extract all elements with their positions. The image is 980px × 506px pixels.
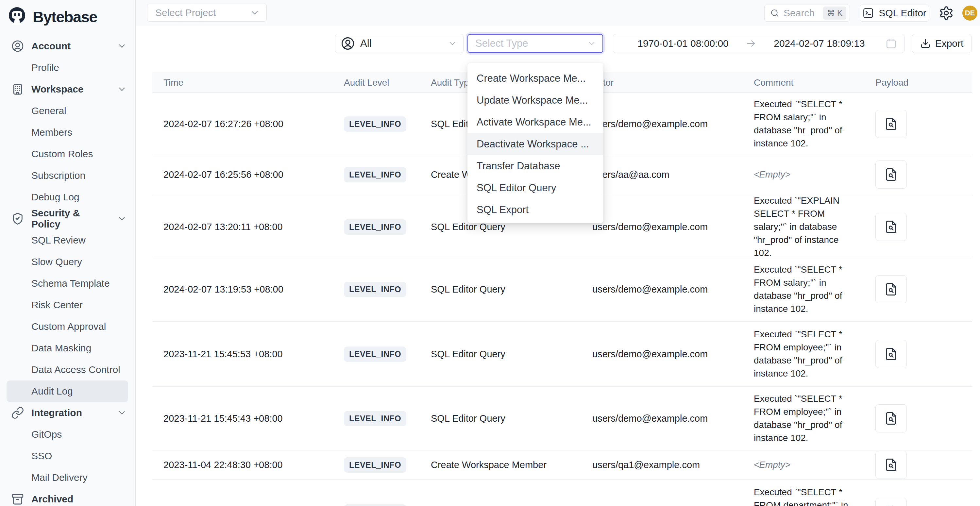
- sidebar-item-label: SSO: [31, 450, 52, 461]
- sidebar-item-data-access-control[interactable]: Data Access Control: [0, 359, 135, 380]
- cell-audit-level: LEVEL_INFO: [333, 116, 420, 132]
- top-bar-actions: Search ⌘ K SQL Editor DE: [764, 0, 977, 26]
- cell-time: 2024-02-07 13:19:53 +08:00: [152, 284, 333, 295]
- payload-view-button[interactable]: [875, 451, 907, 479]
- type-filter-select[interactable]: Select Type: [468, 34, 603, 53]
- cell-time: 2024-02-07 16:25:56 +08:00: [152, 169, 333, 180]
- sidebar-section-integration[interactable]: Integration: [0, 402, 135, 423]
- export-button[interactable]: Export: [912, 34, 972, 53]
- sql-editor-button[interactable]: SQL Editor: [860, 5, 929, 22]
- sidebar-item-debug-log[interactable]: Debug Log: [0, 186, 135, 208]
- payload-view-button[interactable]: [875, 275, 907, 303]
- payload-view-button[interactable]: [875, 340, 907, 368]
- sidebar-item-label: Schema Template: [31, 278, 110, 289]
- calendar-icon: [885, 38, 897, 49]
- cell-payload: [864, 275, 972, 303]
- actor-filter-value: All: [360, 38, 371, 49]
- payload-view-button[interactable]: [875, 161, 907, 189]
- payload-view-button[interactable]: [875, 213, 907, 241]
- cell-audit-type: Create Workspace Member: [420, 460, 581, 470]
- cell-comment: Executed `"SELECT * FROM department;"` i…: [743, 486, 864, 506]
- type-filter-placeholder: Select Type: [475, 38, 528, 49]
- file-search-icon: [884, 117, 898, 131]
- cell-comment: Executed `"SELECT * FROM salary;"` in da…: [743, 263, 864, 315]
- type-option-transfer-database[interactable]: Transfer Database: [468, 155, 603, 177]
- file-search-icon: [884, 347, 898, 361]
- sidebar-item-custom-approval[interactable]: Custom Approval: [0, 316, 135, 337]
- sidebar-item-sso[interactable]: SSO: [0, 445, 135, 467]
- sidebar-item-subscription[interactable]: Subscription: [0, 165, 135, 186]
- sidebar-item-members[interactable]: Members: [0, 122, 135, 143]
- sidebar-item-schema-template[interactable]: Schema Template: [0, 273, 135, 294]
- bytebase-logo-text: Bytebase: [33, 8, 97, 26]
- sidebar-item-audit-log[interactable]: Audit Log: [6, 380, 128, 402]
- chevron-down-icon: [117, 408, 127, 418]
- search-input[interactable]: Search ⌘ K: [764, 5, 850, 22]
- chevron-down-icon: [117, 214, 127, 224]
- sidebar-section-workspace[interactable]: Workspace: [0, 78, 135, 100]
- payload-view-button[interactable]: [875, 404, 907, 433]
- sidebar-item-custom-roles[interactable]: Custom Roles: [0, 143, 135, 165]
- cell-audit-level: LEVEL_INFO: [333, 220, 420, 235]
- sidebar-item-mail-delivery[interactable]: Mail Delivery: [0, 467, 135, 488]
- cell-actor: users/demo@example.com: [581, 413, 743, 424]
- file-search-icon: [884, 168, 898, 181]
- sidebar-item-label: Subscription: [31, 170, 85, 181]
- cell-payload: [864, 161, 972, 189]
- audit-level-badge: LEVEL_INFO: [344, 504, 406, 506]
- column-header-comment: Comment: [743, 78, 864, 88]
- type-option-deactivate-workspace[interactable]: Deactivate Workspace ...: [468, 133, 603, 155]
- bytebase-logo[interactable]: Bytebase: [0, 0, 135, 28]
- sidebar-item-general[interactable]: General: [0, 100, 135, 122]
- sidebar-item-slow-query[interactable]: Slow Query: [0, 251, 135, 273]
- type-option-create-workspace-me[interactable]: Create Workspace Me...: [468, 67, 603, 89]
- arrow-right-icon: [746, 38, 757, 49]
- cell-comment: Executed `"SELECT * FROM employee;"` in …: [743, 328, 864, 380]
- file-search-icon: [884, 220, 898, 234]
- sidebar-item-label: Mail Delivery: [31, 472, 88, 483]
- cell-comment: Executed `"EXPLAIN SELECT * FROM salary;…: [743, 194, 864, 259]
- cell-time: 2023-11-04 22:48:30 +08:00: [152, 460, 333, 470]
- sidebar-item-label: Audit Log: [31, 386, 73, 397]
- type-option-update-workspace-me[interactable]: Update Workspace Me...: [468, 89, 603, 111]
- date-range-picker[interactable]: 1970-01-01 08:00:00 2024-02-07 18:09:13: [613, 34, 905, 53]
- sidebar-item-gitops[interactable]: GitOps: [0, 423, 135, 445]
- audit-level-badge: LEVEL_INFO: [344, 347, 406, 362]
- sidebar-item-profile[interactable]: Profile: [0, 57, 135, 78]
- sidebar-section-label: Integration: [31, 407, 82, 418]
- cell-payload: [864, 340, 972, 368]
- payload-view-button[interactable]: [875, 498, 907, 506]
- cell-audit-level: LEVEL_INFO: [333, 411, 420, 426]
- chevron-down-icon: [117, 84, 127, 94]
- actor-filter-select[interactable]: All: [335, 34, 463, 53]
- sidebar-section-security-policy[interactable]: Security & Policy: [0, 208, 135, 229]
- project-select[interactable]: Select Project: [147, 3, 267, 22]
- cell-actor: users/demo@example.com: [581, 284, 743, 295]
- search-shortcut-badge: ⌘ K: [823, 6, 846, 20]
- top-bar: Select Project Search ⌘ K SQL Editor DE: [136, 0, 980, 26]
- date-from-value[interactable]: 1970-01-01 08:00:00: [620, 38, 746, 49]
- type-option-sql-export[interactable]: SQL Export: [468, 199, 603, 221]
- audit-level-badge: LEVEL_INFO: [344, 220, 406, 235]
- sidebar-section-label: Account: [31, 41, 71, 52]
- type-option-activate-workspace-me[interactable]: Activate Workspace Me...: [468, 111, 603, 133]
- column-header-time: Time: [152, 78, 333, 88]
- payload-view-button[interactable]: [875, 110, 907, 138]
- sidebar-item-risk-center[interactable]: Risk Center: [0, 294, 135, 316]
- user-avatar[interactable]: DE: [963, 6, 977, 21]
- sidebar-section-account[interactable]: Account: [0, 35, 135, 57]
- column-header-payload: Payload: [864, 78, 972, 88]
- type-dropdown-menu: Create Workspace Me...Update Workspace M…: [468, 63, 603, 223]
- sidebar-item-sql-review[interactable]: SQL Review: [0, 229, 135, 251]
- type-option-sql-editor-query[interactable]: SQL Editor Query: [468, 177, 603, 199]
- cell-comment: <Empty>: [743, 168, 864, 181]
- sidebar-item-label: Custom Roles: [31, 148, 93, 159]
- search-icon: [770, 8, 780, 18]
- date-to-value[interactable]: 2024-02-07 18:09:13: [757, 38, 882, 49]
- chevron-down-icon: [250, 8, 260, 18]
- sidebar-section-archived[interactable]: Archived: [0, 488, 135, 506]
- chevron-down-icon: [447, 38, 457, 48]
- sidebar-item-data-masking[interactable]: Data Masking: [0, 337, 135, 359]
- sidebar-section-label: Security & Policy: [31, 208, 110, 230]
- settings-gear-icon[interactable]: [939, 6, 954, 21]
